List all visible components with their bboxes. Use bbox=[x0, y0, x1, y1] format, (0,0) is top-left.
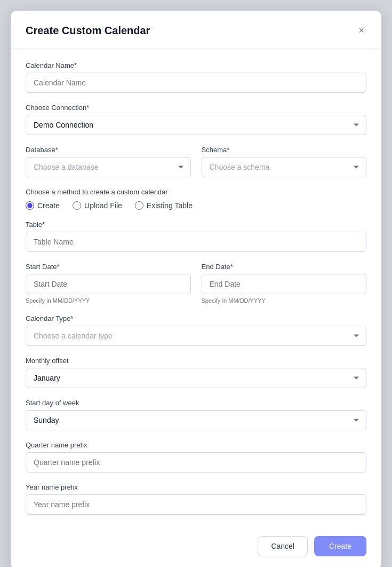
quarter-prefix-label: Quarter name prefix bbox=[26, 441, 366, 449]
modal-header: Create Custom Calendar × bbox=[11, 11, 381, 49]
start-date-label: Start Date* bbox=[26, 263, 191, 271]
year-prefix-group: Year name prefix bbox=[26, 483, 366, 515]
radio-upload[interactable]: Upload File bbox=[73, 201, 122, 210]
choose-connection-select[interactable]: Demo Connection bbox=[26, 115, 366, 135]
modal-footer: Cancel Create bbox=[11, 527, 381, 567]
calendar-name-input[interactable] bbox=[26, 73, 366, 93]
radio-create-label: Create bbox=[37, 201, 60, 210]
calendar-type-select[interactable]: Choose a calendar type bbox=[26, 326, 366, 346]
close-button[interactable]: × bbox=[356, 23, 366, 37]
modal-title: Create Custom Calendar bbox=[26, 25, 150, 37]
quarter-prefix-input[interactable] bbox=[26, 452, 366, 472]
radio-existing-label: Existing Table bbox=[147, 201, 193, 210]
modal-body: Calendar Name* Choose Connection* Demo C… bbox=[11, 49, 381, 527]
radio-upload-input[interactable] bbox=[73, 201, 81, 210]
quarter-prefix-group: Quarter name prefix bbox=[26, 441, 366, 472]
database-group: Database* Choose a database bbox=[26, 146, 191, 177]
method-label: Choose a method to create a custom calen… bbox=[26, 188, 366, 196]
schema-select-wrapper: Choose a schema bbox=[202, 157, 367, 177]
modal-overlay: Create Custom Calendar × Calendar Name* … bbox=[0, 0, 392, 567]
choose-connection-select-wrapper: Demo Connection bbox=[26, 115, 366, 135]
calendar-type-group: Calendar Type* Choose a calendar type bbox=[26, 314, 366, 346]
start-date-input[interactable] bbox=[26, 274, 191, 294]
radio-upload-label: Upload File bbox=[84, 201, 122, 210]
radio-existing[interactable]: Existing Table bbox=[135, 201, 193, 210]
modal: Create Custom Calendar × Calendar Name* … bbox=[11, 11, 381, 567]
schema-label: Schema* bbox=[202, 146, 367, 154]
start-date-hint: Specify in MM/DD/YYYY bbox=[26, 297, 191, 304]
start-day-label: Start day of week bbox=[26, 399, 366, 407]
radio-create-input[interactable] bbox=[26, 201, 34, 210]
radio-group: Create Upload File Existing Table bbox=[26, 201, 366, 210]
method-section: Choose a method to create a custom calen… bbox=[26, 188, 366, 210]
year-prefix-input[interactable] bbox=[26, 494, 366, 515]
monthly-offset-group: Monthly offset January bbox=[26, 357, 366, 388]
table-label: Table* bbox=[26, 220, 366, 229]
table-input[interactable] bbox=[26, 232, 366, 252]
end-date-label: End Date* bbox=[202, 263, 367, 271]
schema-group: Schema* Choose a schema bbox=[202, 146, 367, 177]
cancel-button[interactable]: Cancel bbox=[258, 536, 308, 556]
close-icon: × bbox=[358, 26, 364, 35]
database-select-wrapper: Choose a database bbox=[26, 157, 191, 177]
radio-create[interactable]: Create bbox=[26, 201, 60, 210]
calendar-name-label: Calendar Name* bbox=[26, 61, 366, 69]
start-day-select-wrapper: Sunday bbox=[26, 410, 366, 430]
choose-connection-group: Choose Connection* Demo Connection bbox=[26, 104, 366, 135]
end-date-hint: Specify in MM/DD/YYYY bbox=[202, 297, 367, 304]
calendar-name-group: Calendar Name* bbox=[26, 61, 366, 93]
start-day-select[interactable]: Sunday bbox=[26, 410, 366, 430]
table-group: Table* bbox=[26, 220, 366, 252]
radio-existing-input[interactable] bbox=[135, 201, 143, 210]
end-date-input[interactable] bbox=[202, 274, 367, 294]
database-label: Database* bbox=[26, 146, 191, 154]
start-date-group: Start Date* Specify in MM/DD/YYYY bbox=[26, 263, 191, 304]
year-prefix-label: Year name prefix bbox=[26, 483, 366, 491]
schema-select[interactable]: Choose a schema bbox=[202, 157, 367, 177]
monthly-offset-select[interactable]: January bbox=[26, 368, 366, 388]
end-date-group: End Date* Specify in MM/DD/YYYY bbox=[202, 263, 367, 304]
start-day-group: Start day of week Sunday bbox=[26, 399, 366, 430]
create-button[interactable]: Create bbox=[314, 536, 366, 556]
choose-connection-label: Choose Connection* bbox=[26, 104, 366, 112]
database-select[interactable]: Choose a database bbox=[26, 157, 191, 177]
calendar-type-label: Calendar Type* bbox=[26, 314, 366, 322]
date-row: Start Date* Specify in MM/DD/YYYY End Da… bbox=[26, 263, 366, 304]
monthly-offset-select-wrapper: January bbox=[26, 368, 366, 388]
calendar-type-select-wrapper: Choose a calendar type bbox=[26, 326, 366, 346]
monthly-offset-label: Monthly offset bbox=[26, 357, 366, 365]
database-schema-row: Database* Choose a database Schema* Choo… bbox=[26, 146, 366, 177]
